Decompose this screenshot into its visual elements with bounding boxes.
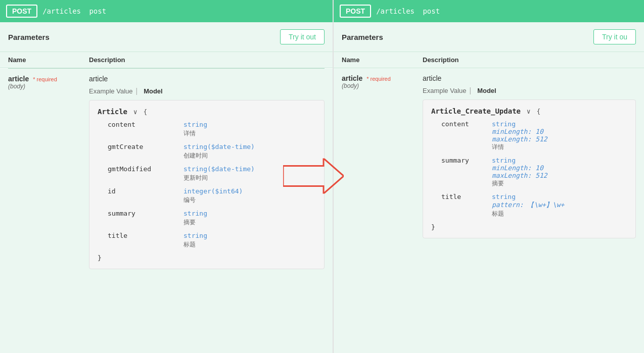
right-field-constraint-1b: maxLength: 512 (492, 172, 547, 179)
right-field-desc-1: 摘要 (492, 179, 547, 188)
left-field-info-5: string 标题 (183, 232, 207, 249)
left-col-name-header: Name (8, 56, 89, 64)
left-param-name-wrapper: article * required (8, 75, 89, 83)
right-post-path: /articles post (376, 7, 440, 15)
right-field-info-1: string minLength: 10 maxLength: 512 摘要 (492, 157, 547, 188)
right-model-chevron: ∨ (527, 108, 535, 115)
left-field-type-1: string($date-time) (183, 143, 255, 150)
left-field-row-4: summary string 摘要 (98, 210, 316, 227)
right-param-name: article (342, 74, 362, 82)
right-field-desc-2: 标题 (492, 210, 564, 218)
left-field-type-0: string (183, 121, 207, 128)
left-content-area: article * required (body) article Exampl… (0, 69, 333, 353)
right-model-btn[interactable]: Model (477, 87, 496, 94)
left-field-desc-4: 摘要 (183, 218, 207, 227)
right-example-value-btn[interactable]: Example Value (423, 87, 466, 94)
right-field-constraint-2a: pattern: 【\w+】\w+ (492, 200, 564, 210)
right-field-desc-0: 详情 (492, 143, 547, 152)
left-divider-pipe: | (135, 87, 137, 95)
right-example-model-toggle: Example Value | Model (423, 86, 636, 94)
right-col-headers: Name Description (334, 52, 644, 68)
right-field-name-0: content (441, 120, 492, 152)
right-params-header: Parameters Try it ou (334, 22, 644, 52)
right-model-open-brace: { (537, 108, 541, 115)
left-example-model-toggle: Example Value | Model (89, 87, 325, 95)
right-field-info-2: string pattern: 【\w+】\w+ 标题 (492, 193, 564, 218)
left-path-op: post (89, 7, 106, 15)
right-field-constraint-0a: minLength: 10 (492, 128, 547, 135)
left-field-info-1: string($date-time) 创建时间 (183, 143, 255, 160)
left-field-info-4: string 摘要 (183, 210, 207, 227)
left-field-info-3: integer($int64) 编号 (183, 187, 243, 205)
left-param-desc-col: article Example Value | Model Article ∨ … (89, 75, 325, 269)
right-field-type-1: string (492, 157, 547, 164)
right-divider-pipe: | (469, 86, 471, 94)
right-path-op: post (423, 7, 440, 15)
left-param-meta: (body) (8, 83, 89, 90)
right-try-it-out-button[interactable]: Try it ou (593, 29, 636, 44)
right-field-constraint-1a: minLength: 10 (492, 164, 547, 172)
left-field-name-1: gmtCreate (108, 143, 183, 160)
right-required-badge: * required (366, 76, 391, 82)
right-field-constraint-0b: maxLength: 512 (492, 135, 547, 143)
right-param-meta: (body) (342, 82, 423, 89)
left-required-badge: * required (33, 76, 57, 82)
left-model-chevron: ∨ (133, 108, 142, 116)
left-post-path: /articles post (42, 7, 106, 15)
left-field-type-4: string (183, 210, 207, 217)
left-field-name-3: id (108, 187, 183, 205)
right-col-desc-header: Description (423, 56, 459, 64)
left-post-bar: POST /articles post (0, 0, 333, 22)
left-model-btn[interactable]: Model (144, 87, 163, 95)
left-field-type-5: string (183, 232, 207, 239)
right-post-badge: POST (340, 5, 371, 18)
right-param-name-wrapper: article * required (342, 74, 423, 82)
right-field-type-2: string (492, 193, 564, 200)
left-example-value-btn[interactable]: Example Value (89, 87, 132, 95)
left-field-desc-2: 更新时间 (183, 174, 255, 182)
left-field-desc-0: 详情 (183, 129, 207, 138)
right-path-segment: /articles (376, 7, 415, 15)
left-field-desc-1: 创建时间 (183, 152, 255, 160)
right-param-row: article * required (body) article Exampl… (334, 68, 644, 244)
left-model-title: Article (98, 108, 127, 116)
left-field-name-2: gmtModified (108, 165, 183, 182)
left-field-info-0: string 详情 (183, 121, 207, 138)
left-field-row-2: gmtModified string($date-time) 更新时间 (98, 165, 316, 182)
left-field-name-5: title (108, 232, 183, 249)
left-try-it-out-button[interactable]: Try it out (280, 29, 325, 44)
left-field-row-5: title string 标题 (98, 232, 316, 249)
right-field-info-0: string minLength: 10 maxLength: 512 详情 (492, 120, 547, 152)
right-param-desc-col: article Example Value | Model Article_Cr… (423, 74, 636, 238)
left-field-type-2: string($date-time) (183, 165, 255, 173)
right-field-type-0: string (492, 120, 547, 128)
left-panel: POST /articles post Parameters Try it ou… (0, 0, 334, 353)
left-param-row: article * required (body) article Exampl… (0, 69, 333, 275)
right-model-closing: } (431, 223, 627, 231)
right-panel: POST /articles post Parameters Try it ou… (334, 0, 644, 353)
left-path-segment: /articles (42, 7, 81, 15)
right-param-desc-text: article (423, 74, 636, 82)
right-field-row-0: content string minLength: 10 maxLength: … (431, 120, 627, 152)
right-model-title: Article_Create_Update (431, 107, 521, 115)
left-field-type-3: integer($int64) (183, 187, 243, 195)
right-params-title: Parameters (342, 33, 383, 41)
left-post-badge: POST (6, 5, 37, 18)
left-field-row-3: id integer($int64) 编号 (98, 187, 316, 205)
left-params-header: Parameters Try it out (0, 22, 333, 52)
right-post-bar: POST /articles post (334, 0, 644, 22)
left-col-desc-header: Description (89, 56, 125, 64)
main-layout: POST /articles post Parameters Try it ou… (0, 0, 644, 353)
left-param-desc-text: article (89, 75, 325, 83)
right-content-area: article * required (body) article Exampl… (334, 68, 644, 353)
left-field-info-2: string($date-time) 更新时间 (183, 165, 255, 182)
left-field-row-0: content string 详情 (98, 121, 316, 138)
right-param-name-col: article * required (body) (342, 74, 423, 89)
left-model-open-brace: { (144, 108, 148, 116)
right-field-row-2: title string pattern: 【\w+】\w+ 标题 (431, 193, 627, 218)
left-field-desc-5: 标题 (183, 240, 207, 249)
left-param-name: article (8, 75, 29, 83)
right-field-name-2: title (441, 193, 492, 218)
left-field-desc-3: 编号 (183, 196, 243, 205)
right-col-name-header: Name (342, 56, 423, 64)
